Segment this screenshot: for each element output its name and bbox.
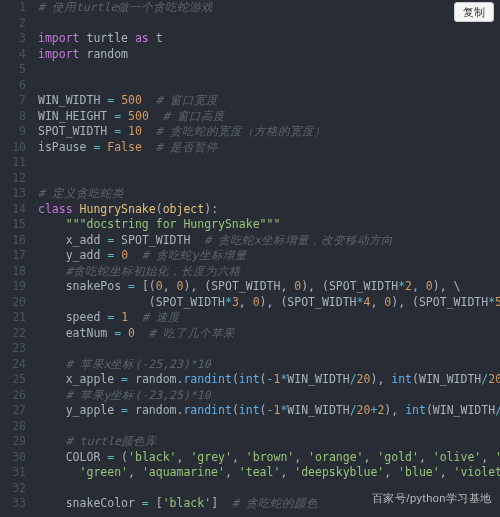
line-number: 1 xyxy=(0,0,34,16)
line-number: 26 xyxy=(0,388,34,404)
code-line[interactable]: 15 """docstring for HungrySnake""" xyxy=(0,217,500,233)
line-number: 6 xyxy=(0,78,34,94)
code-content[interactable] xyxy=(34,481,38,497)
code-line[interactable]: 8WIN_HEIGHT = 500 # 窗口高度 xyxy=(0,109,500,125)
code-content[interactable]: isPause = False # 是否暂停 xyxy=(34,140,218,156)
code-line[interactable]: 14class HungrySnake(object): xyxy=(0,202,500,218)
code-content[interactable]: import random xyxy=(34,47,128,63)
line-number: 28 xyxy=(0,419,34,435)
line-number: 7 xyxy=(0,93,34,109)
code-line[interactable]: 12 xyxy=(0,171,500,187)
code-line[interactable]: 2 xyxy=(0,16,500,32)
code-content[interactable]: """docstring for HungrySnake""" xyxy=(34,217,280,233)
line-number: 27 xyxy=(0,403,34,419)
code-line[interactable]: 4import random xyxy=(0,47,500,63)
copy-button[interactable]: 复制 xyxy=(454,2,494,22)
code-content[interactable] xyxy=(34,62,38,78)
code-line[interactable]: 11 xyxy=(0,155,500,171)
line-number: 23 xyxy=(0,341,34,357)
code-content[interactable]: y_apple = random.randint(int(-1*WIN_WIDT… xyxy=(34,403,500,419)
code-content[interactable]: # 苹果x坐标(-25,23)*10 xyxy=(34,357,211,373)
code-line[interactable]: 3import turtle as t xyxy=(0,31,500,47)
code-line[interactable]: 1# 使用turtle做一个贪吃蛇游戏 xyxy=(0,0,500,16)
code-area[interactable]: 1# 使用turtle做一个贪吃蛇游戏23import turtle as t4… xyxy=(0,0,500,512)
code-content[interactable]: x_apple = random.randint(int(-1*WIN_WIDT… xyxy=(34,372,500,388)
code-line[interactable]: 20 (SPOT_WIDTH*3, 0), (SPOT_WIDTH*4, 0),… xyxy=(0,295,500,311)
code-line[interactable]: 18 #贪吃蛇坐标初始化，长度为六格 xyxy=(0,264,500,280)
code-line[interactable]: 10isPause = False # 是否暂停 xyxy=(0,140,500,156)
code-content[interactable]: eatNum = 0 # 吃了几个苹果 xyxy=(34,326,235,342)
line-number: 30 xyxy=(0,450,34,466)
code-line[interactable]: 17 y_add = 0 # 贪吃蛇y坐标增量 xyxy=(0,248,500,264)
line-number: 16 xyxy=(0,233,34,249)
line-number: 14 xyxy=(0,202,34,218)
code-content[interactable] xyxy=(34,78,38,94)
code-content[interactable]: WIN_WIDTH = 500 # 窗口宽度 xyxy=(34,93,218,109)
code-content[interactable]: # 苹果y坐标(-23,25)*10 xyxy=(34,388,211,404)
code-line[interactable]: 6 xyxy=(0,78,500,94)
line-number: 33 xyxy=(0,496,34,512)
code-line[interactable]: 19 snakePos = [(0, 0), (SPOT_WIDTH, 0), … xyxy=(0,279,500,295)
code-line[interactable]: 16 x_add = SPOT_WIDTH # 贪吃蛇x坐标增量，改变移动方向 xyxy=(0,233,500,249)
line-number: 8 xyxy=(0,109,34,125)
code-content[interactable]: 'green', 'aquamarine', 'teal', 'deepskyb… xyxy=(34,465,500,481)
code-line[interactable]: 7WIN_WIDTH = 500 # 窗口宽度 xyxy=(0,93,500,109)
code-line[interactable]: 24 # 苹果x坐标(-25,23)*10 xyxy=(0,357,500,373)
line-number: 32 xyxy=(0,481,34,497)
line-number: 15 xyxy=(0,217,34,233)
code-line[interactable]: 5 xyxy=(0,62,500,78)
line-number: 21 xyxy=(0,310,34,326)
line-number: 12 xyxy=(0,171,34,187)
code-content[interactable]: snakePos = [(0, 0), (SPOT_WIDTH, 0), (SP… xyxy=(34,279,461,295)
code-content[interactable]: x_add = SPOT_WIDTH # 贪吃蛇x坐标增量，改变移动方向 xyxy=(34,233,393,249)
code-content[interactable]: #贪吃蛇坐标初始化，长度为六格 xyxy=(34,264,241,280)
line-number: 11 xyxy=(0,155,34,171)
code-content[interactable] xyxy=(34,16,38,32)
code-line[interactable]: 31 'green', 'aquamarine', 'teal', 'deeps… xyxy=(0,465,500,481)
line-number: 2 xyxy=(0,16,34,32)
code-line[interactable]: 9SPOT_WIDTH = 10 # 贪吃蛇的宽度（方格的宽度） xyxy=(0,124,500,140)
code-line[interactable]: 27 y_apple = random.randint(int(-1*WIN_W… xyxy=(0,403,500,419)
code-content[interactable]: # 定义贪吃蛇类 xyxy=(34,186,124,202)
line-number: 13 xyxy=(0,186,34,202)
line-number: 19 xyxy=(0,279,34,295)
code-line[interactable]: 26 # 苹果y坐标(-23,25)*10 xyxy=(0,388,500,404)
code-content[interactable] xyxy=(34,171,38,187)
line-number: 29 xyxy=(0,434,34,450)
line-number: 24 xyxy=(0,357,34,373)
code-line[interactable]: 21 speed = 1 # 速度 xyxy=(0,310,500,326)
line-number: 22 xyxy=(0,326,34,342)
code-content[interactable] xyxy=(34,419,38,435)
code-line[interactable]: 22 eatNum = 0 # 吃了几个苹果 xyxy=(0,326,500,342)
line-number: 10 xyxy=(0,140,34,156)
code-content[interactable]: import turtle as t xyxy=(34,31,163,47)
watermark: 百家号/python学习基地 xyxy=(372,491,492,506)
code-content[interactable] xyxy=(34,341,38,357)
code-editor: 复制 1# 使用turtle做一个贪吃蛇游戏23import turtle as… xyxy=(0,0,500,512)
code-content[interactable]: COLOR = ('black', 'grey', 'brown', 'oran… xyxy=(34,450,500,466)
code-line[interactable]: 30 COLOR = ('black', 'grey', 'brown', 'o… xyxy=(0,450,500,466)
code-content[interactable]: class HungrySnake(object): xyxy=(34,202,218,218)
code-line[interactable]: 23 xyxy=(0,341,500,357)
code-content[interactable]: SPOT_WIDTH = 10 # 贪吃蛇的宽度（方格的宽度） xyxy=(34,124,326,140)
line-number: 9 xyxy=(0,124,34,140)
line-number: 20 xyxy=(0,295,34,311)
code-content[interactable]: # turtle颜色库 xyxy=(34,434,157,450)
line-number: 3 xyxy=(0,31,34,47)
code-content[interactable]: (SPOT_WIDTH*3, 0), (SPOT_WIDTH*4, 0), (S… xyxy=(34,295,500,311)
line-number: 25 xyxy=(0,372,34,388)
code-line[interactable]: 29 # turtle颜色库 xyxy=(0,434,500,450)
code-line[interactable]: 28 xyxy=(0,419,500,435)
code-content[interactable]: WIN_HEIGHT = 500 # 窗口高度 xyxy=(34,109,225,125)
line-number: 4 xyxy=(0,47,34,63)
code-content[interactable]: # 使用turtle做一个贪吃蛇游戏 xyxy=(34,0,213,16)
code-line[interactable]: 13# 定义贪吃蛇类 xyxy=(0,186,500,202)
code-content[interactable]: y_add = 0 # 贪吃蛇y坐标增量 xyxy=(34,248,247,264)
code-line[interactable]: 25 x_apple = random.randint(int(-1*WIN_W… xyxy=(0,372,500,388)
code-content[interactable]: snakeColor = ['black'] # 贪吃蛇的颜色 xyxy=(34,496,318,512)
code-content[interactable]: speed = 1 # 速度 xyxy=(34,310,180,326)
line-number: 31 xyxy=(0,465,34,481)
line-number: 5 xyxy=(0,62,34,78)
line-number: 18 xyxy=(0,264,34,280)
code-content[interactable] xyxy=(34,155,38,171)
